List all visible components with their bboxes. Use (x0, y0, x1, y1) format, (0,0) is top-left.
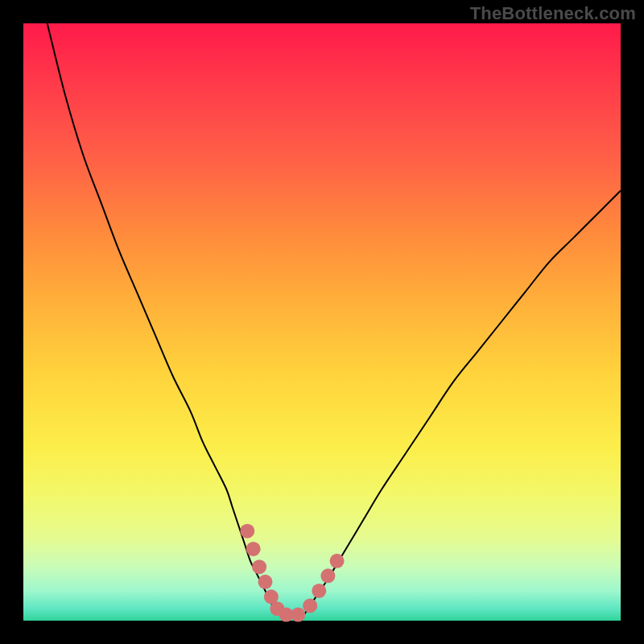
highlight-dot (240, 524, 254, 539)
chart-svg (23, 23, 621, 621)
highlight-dots (240, 524, 344, 622)
plot-area (23, 23, 621, 621)
highlight-dot (258, 575, 273, 589)
highlight-dot (312, 584, 326, 598)
highlight-dot (330, 554, 345, 568)
highlight-dot (291, 608, 305, 622)
highlight-dot (246, 542, 261, 556)
highlight-dot (252, 559, 266, 574)
highlight-dot (320, 568, 335, 583)
right-curve (304, 191, 621, 615)
highlight-dot (303, 598, 317, 613)
watermark-text: TheBottleneck.com (470, 3, 636, 24)
chart-frame: TheBottleneck.com (0, 0, 644, 644)
